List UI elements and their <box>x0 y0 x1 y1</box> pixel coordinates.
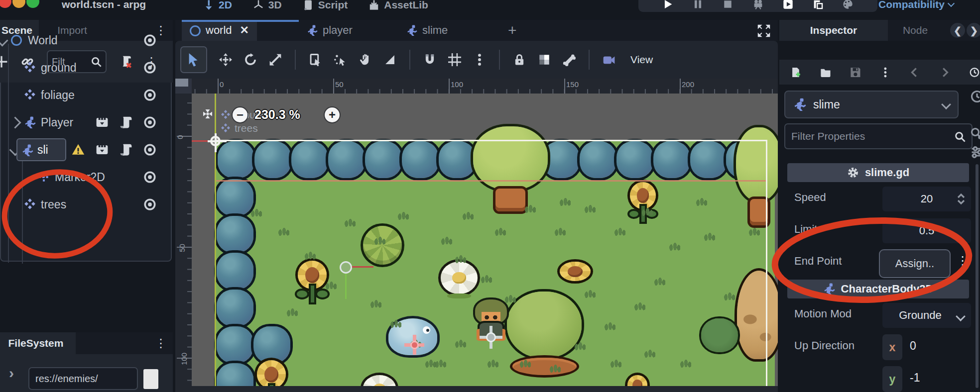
move-tool-icon[interactable] <box>219 53 232 66</box>
zoom-in-button[interactable]: + <box>325 107 340 122</box>
movie-icon[interactable] <box>96 143 109 156</box>
expand-bottom-panel-icon[interactable] <box>757 24 771 38</box>
section-header-CharacterBody2D[interactable]: CharacterBody2D <box>787 280 969 298</box>
smart-snap-icon[interactable] <box>423 53 436 66</box>
scale-tool-icon[interactable] <box>269 53 282 66</box>
movie-camera-icon[interactable] <box>753 0 763 9</box>
fs-path-input[interactable]: res://enemies/ <box>28 367 138 390</box>
canvas-workspace[interactable]: groundtrees− 230.3 % + <box>192 94 778 386</box>
mode-script[interactable]: Script <box>303 0 348 11</box>
script-icon[interactable] <box>120 116 132 129</box>
assign-button[interactable]: Assign.. <box>879 249 951 278</box>
tree-row-player[interactable]: Player <box>0 110 172 135</box>
script-icon[interactable] <box>120 143 132 156</box>
axis-value-y[interactable]: -1 <box>910 371 920 385</box>
eye-icon[interactable] <box>143 61 156 74</box>
onion-skin-icon[interactable] <box>603 53 615 66</box>
scene-tab-slime[interactable]: slime <box>398 20 456 41</box>
stop-icon[interactable] <box>723 0 733 9</box>
tab-node[interactable]: Node <box>893 20 938 41</box>
play-custom-icon[interactable] <box>813 0 823 9</box>
renderer-selector[interactable]: Compatibility <box>878 0 954 10</box>
lock-icon[interactable] <box>513 53 526 66</box>
fs-menu-dots[interactable]: ⋮ <box>153 332 168 354</box>
object-history-icon[interactable] <box>970 90 980 103</box>
play-icon[interactable] <box>663 0 673 9</box>
axis-value-x[interactable]: 0 <box>910 339 916 353</box>
section-header-slime.gd[interactable]: slime.gd <box>787 163 969 182</box>
list-select-tool-icon[interactable] <box>309 53 322 66</box>
tree-row-foliage[interactable]: foliage <box>0 83 172 107</box>
tab-inspector[interactable]: Inspector <box>779 20 888 41</box>
tree-row-marker2d[interactable]: Marker2D <box>0 165 172 190</box>
eye-icon[interactable] <box>143 89 156 101</box>
object-history-icon[interactable] <box>969 66 980 79</box>
tree-row-sli[interactable]: sli <box>0 137 172 162</box>
edited-node-selector[interactable]: slime <box>784 91 959 118</box>
property-menu-dots[interactable]: ⋮ <box>957 255 969 267</box>
mode-assetlib[interactable]: AssetLib <box>368 0 428 11</box>
tree-row-ground[interactable]: ground <box>0 55 172 80</box>
close-window-light[interactable] <box>0 0 11 8</box>
save-resource-icon[interactable] <box>850 66 861 79</box>
minimize-window-light[interactable] <box>12 0 25 8</box>
close-tab-icon[interactable]: ✕ <box>240 24 249 37</box>
player-transform-gizmo[interactable] <box>480 326 502 349</box>
selected-node-gizmo[interactable] <box>340 261 352 274</box>
inspector-scrollbar[interactable] <box>976 164 979 388</box>
back-icon[interactable] <box>909 66 920 79</box>
play-scene-icon[interactable] <box>783 0 793 9</box>
pan-tool-icon[interactable] <box>359 53 371 66</box>
marker2d-gizmo[interactable] <box>404 335 424 355</box>
tab-filesystem[interactable]: FileSystem <box>0 332 76 354</box>
pivot-tool-icon[interactable] <box>334 53 347 66</box>
movie-icon[interactable] <box>96 116 109 129</box>
file-thumbnail[interactable] <box>143 369 158 389</box>
mode-3d[interactable]: 3D <box>253 0 282 11</box>
property-value-limit[interactable]: 0.5 <box>882 218 971 243</box>
movie-writer-icon[interactable] <box>843 0 853 9</box>
add-scene-tab-button[interactable]: + <box>508 22 517 39</box>
eye-icon[interactable] <box>143 171 156 184</box>
rename-input[interactable]: sli <box>16 138 66 161</box>
eye-icon[interactable] <box>143 143 156 156</box>
skeleton-icon[interactable] <box>563 53 576 66</box>
eye-icon[interactable] <box>143 198 156 211</box>
eye-icon[interactable] <box>143 34 156 47</box>
tabs-next-icon[interactable]: ❯ <box>967 23 980 38</box>
scene-tab-player[interactable]: player <box>299 20 361 41</box>
grid-snap-icon[interactable] <box>448 53 461 66</box>
group-icon[interactable] <box>538 53 551 66</box>
select-tool-icon[interactable] <box>180 46 207 73</box>
snap-menu-dots-icon[interactable] <box>473 53 486 66</box>
tree-row-world[interactable]: World <box>0 28 172 53</box>
origin-gizmo[interactable] <box>210 136 221 146</box>
zoom-level[interactable]: 230.3 % <box>254 107 300 122</box>
open-docs-icon[interactable] <box>970 127 980 141</box>
property-value-motion-mod[interactable]: Grounde <box>882 303 971 328</box>
fs-forward-icon[interactable]: › <box>9 365 14 382</box>
viewport-2d[interactable]: 050100150200 050100 groundtrees− 230.3 %… <box>175 79 778 392</box>
tree-row-trees[interactable]: trees <box>0 192 172 217</box>
ruler-tool-icon[interactable] <box>383 53 396 66</box>
property-filter-input[interactable]: Filter Properties <box>784 123 973 149</box>
property-value-speed[interactable]: 20 <box>882 187 971 211</box>
pause-icon[interactable] <box>693 0 703 9</box>
new-resource-icon[interactable] <box>790 66 801 79</box>
view-menu[interactable]: View <box>630 54 653 66</box>
expander-open-icon[interactable] <box>0 34 8 46</box>
expander-closed-icon[interactable] <box>9 116 21 128</box>
load-resource-icon[interactable] <box>820 66 831 79</box>
extra-options-icon[interactable] <box>970 145 980 159</box>
scene-tab-world[interactable]: world✕ <box>182 20 257 41</box>
menu-dots-icon[interactable] <box>880 66 891 79</box>
zoom-window-light[interactable] <box>26 0 39 8</box>
mode-2d[interactable]: 2D <box>203 0 232 11</box>
forward-icon[interactable] <box>939 66 950 79</box>
stepper-icon[interactable] <box>955 193 967 205</box>
tabs-prev-icon[interactable]: ❮ <box>950 23 965 38</box>
eye-icon[interactable] <box>143 116 156 129</box>
rotate-tool-icon[interactable] <box>244 53 257 66</box>
center-view-icon[interactable] <box>200 106 215 121</box>
zoom-out-button[interactable]: − <box>233 107 247 122</box>
